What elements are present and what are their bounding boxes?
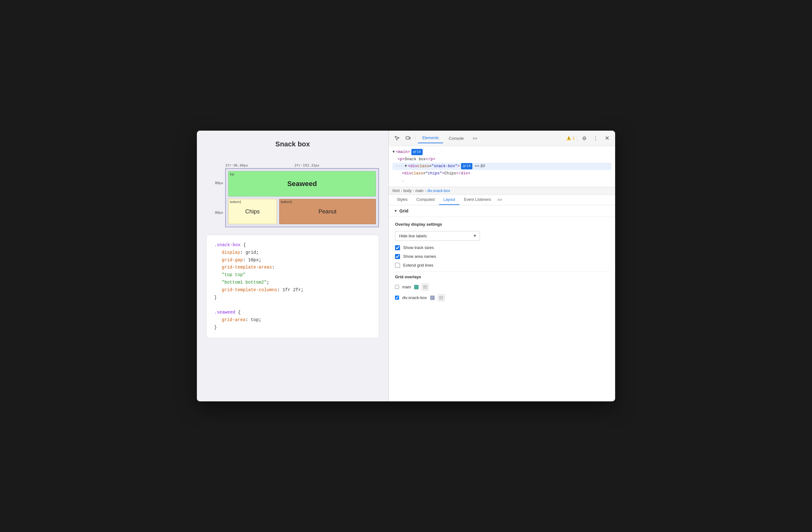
track-sizes-row: Show track sizes — [395, 245, 609, 250]
area-label-bottom1: bottom1 — [230, 200, 241, 204]
breadcrumb: html › body › main › div.snack-box — [389, 187, 615, 195]
dom-line-more: … — [392, 177, 611, 184]
breadcrumb-body[interactable]: body — [404, 188, 412, 193]
dom-line-chips: <div class="chips">Chips</div> — [392, 170, 611, 177]
layout-panel: ▼ Grid Overlay display settings Hide lin… — [389, 205, 615, 402]
grid-cell-peanut: bottom2 Peanut — [279, 199, 376, 224]
overlay-main-checkbox[interactable] — [395, 285, 399, 289]
breadcrumb-html[interactable]: html — [392, 188, 400, 193]
code-line-4: grid-template-areas: — [214, 264, 371, 271]
target-icon-2 — [439, 296, 443, 300]
cell-top-text: Seaweed — [287, 180, 317, 188]
dom-line-p: <p>Snack box</p> — [392, 156, 611, 163]
select-wrapper: Hide line labels Show line numbers Show … — [395, 231, 480, 241]
grid-col-label-1: 1fr·96.66px — [225, 163, 266, 167]
code-line-2: display: grid; — [214, 249, 371, 256]
warning-count: 1 — [572, 136, 575, 140]
overlay-snackbox-target-icon[interactable] — [438, 294, 445, 301]
device-icon — [406, 136, 411, 141]
overlay-main-target-icon[interactable] — [422, 284, 429, 291]
inspector-icon-button[interactable] — [392, 134, 401, 143]
code-line-7: grid-template-columns: 1fr 2fr; — [214, 286, 371, 294]
grid-cell-seaweed: top Seaweed — [228, 171, 376, 196]
dropdown-row: Hide line labels Show line numbers Show … — [395, 231, 609, 241]
tab-computed[interactable]: Computed — [412, 195, 439, 205]
toolbar-separator-1 — [415, 135, 416, 141]
close-devtools-button[interactable]: ✕ — [603, 134, 611, 143]
tab-console[interactable]: Console — [446, 135, 467, 142]
section-divider — [395, 272, 609, 272]
target-icon — [423, 285, 427, 289]
devtools-panel: Elements Console >> ⚠️ 1 ⚙ ⋮ ✕ ▼ <main> … — [389, 131, 615, 401]
grid-col-label-2: 2fr·193.32px — [266, 163, 348, 167]
tab-layout[interactable]: Layout — [439, 195, 460, 205]
dom-ellipsis[interactable]: ··· — [396, 163, 403, 170]
area-names-row: Show area names — [395, 254, 609, 259]
extend-lines-checkbox[interactable] — [395, 263, 400, 268]
cell-bottom1-text: Chips — [245, 208, 260, 215]
grid-row-label-2: 80px — [216, 211, 225, 215]
area-names-checkbox[interactable] — [395, 254, 400, 259]
section-title-grid: Grid — [400, 208, 408, 213]
area-label-top: top — [230, 172, 234, 176]
dom-equals: == — [475, 163, 479, 170]
breadcrumb-main[interactable]: main — [416, 188, 424, 193]
code-line-12: } — [214, 324, 371, 332]
overlay-main-row: main — [395, 284, 609, 291]
more-options-button[interactable]: ⋮ — [591, 134, 600, 143]
grid-section-header[interactable]: ▼ Grid — [389, 205, 615, 217]
overlay-main-color-swatch[interactable] — [414, 285, 419, 289]
warning-badge: ⚠️ 1 — [566, 136, 575, 140]
line-labels-select[interactable]: Hide line labels Show line numbers Show … — [395, 231, 480, 241]
tab-event-listeners[interactable]: Event Listeners — [460, 195, 495, 205]
overlay-snackbox-color-swatch[interactable] — [430, 296, 435, 300]
left-panel: Snack box 1fr·96.66px 2fr·193.32px 80px … — [197, 131, 389, 401]
tab-styles[interactable]: Styles — [392, 195, 412, 205]
dom-line-snackbox[interactable]: ··· ▼ <div class="snack-box"> grid == $0 — [392, 163, 611, 170]
code-line-8: } — [214, 294, 371, 302]
dom-tree: ▼ <main> grid <p>Snack box</p> ··· ▼ <di… — [389, 146, 615, 187]
dom-line-main: ▼ <main> grid — [392, 149, 611, 156]
code-line-3: grid-gap: 10px; — [214, 256, 371, 264]
devtools-toolbar: Elements Console >> ⚠️ 1 ⚙ ⋮ ✕ — [389, 131, 615, 146]
svg-rect-1 — [409, 137, 410, 139]
code-line-1: .snack-box { — [214, 241, 371, 249]
extend-lines-label: Extend grid lines — [403, 263, 433, 268]
code-line-6: "bottom1 bottom2"; — [214, 279, 371, 286]
code-line-5: "top top" — [214, 271, 371, 279]
overlay-settings-title: Overlay display settings — [395, 222, 609, 227]
track-sizes-label: Show track sizes — [403, 245, 434, 250]
area-label-bottom2: bottom2 — [281, 200, 292, 204]
grid-row-label-1: 80px — [216, 181, 225, 185]
grid-box: top Seaweed bottom1 Chips bottom2 Peanut — [225, 168, 379, 227]
browser-window: Snack box 1fr·96.66px 2fr·193.32px 80px … — [197, 131, 615, 401]
overlay-snackbox-checkbox[interactable] — [395, 296, 399, 300]
grid-section-content: Overlay display settings Hide line label… — [389, 217, 615, 310]
device-toggle-button[interactable] — [404, 134, 412, 143]
panel-tab-more[interactable]: >> — [495, 195, 504, 205]
cell-bottom2-text: Peanut — [319, 208, 336, 215]
code-line-9 — [214, 301, 371, 309]
code-block: .snack-box { display: grid; grid-gap: 10… — [206, 235, 379, 338]
svg-rect-0 — [406, 137, 409, 139]
page-title: Snack box — [206, 140, 379, 148]
tab-more-tabs[interactable]: >> — [469, 135, 480, 142]
extend-lines-row: Extend grid lines — [395, 263, 609, 268]
breadcrumb-current[interactable]: div.snack-box — [427, 188, 450, 193]
overlay-main-label: main — [402, 284, 411, 289]
dom-dollar: $0 — [480, 163, 485, 170]
overlays-title: Grid overlays — [395, 275, 609, 279]
code-line-10: .seaweed { — [214, 309, 371, 317]
track-sizes-checkbox[interactable] — [395, 245, 400, 250]
section-triangle: ▼ — [394, 209, 397, 213]
area-names-label: Show area names — [403, 254, 436, 259]
grid-cell-chips: bottom1 Chips — [228, 199, 277, 224]
overlay-snackbox-label: div.snack-box — [402, 295, 427, 300]
tab-elements[interactable]: Elements — [418, 133, 443, 143]
grid-badge-snackbox: grid — [461, 163, 472, 169]
panel-tabs: Styles Computed Layout Event Listeners >… — [389, 195, 615, 205]
settings-button[interactable]: ⚙ — [580, 134, 589, 143]
grid-preview: 1fr·96.66px 2fr·193.32px 80px 80px top S… — [206, 157, 379, 227]
code-line-11: grid-area: top; — [214, 317, 371, 324]
toolbar-separator-2 — [577, 135, 577, 141]
